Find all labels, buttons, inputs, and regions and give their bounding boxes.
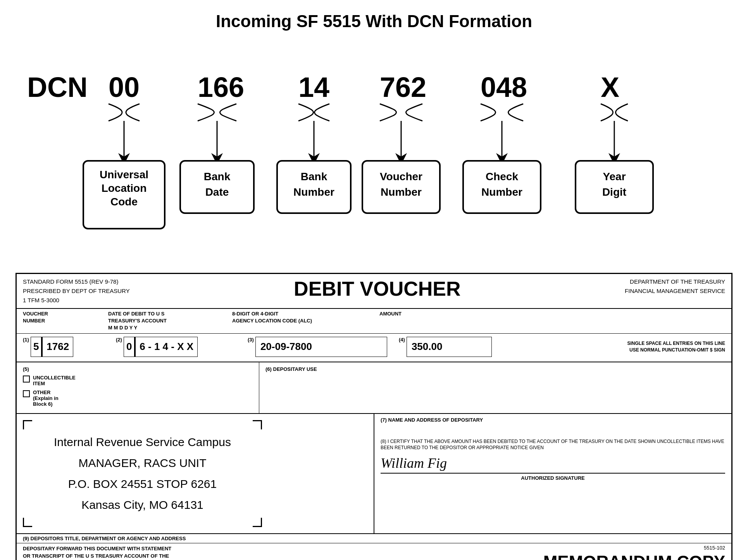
field3-val: 20-09-7800 — [255, 337, 387, 357]
section3-depositary-info: (7) NAME AND ADDRESS OF DEPOSITARY (8) I… — [374, 414, 731, 533]
code-x: X — [601, 72, 619, 103]
field4-val: 350.00 — [407, 337, 492, 357]
auth-sig-label: AUTHORIZED SIGNATURE — [381, 475, 725, 481]
form-number: 5515-102 — [704, 545, 725, 551]
corner-tl — [23, 420, 32, 429]
year-digit-line1: Year — [603, 171, 626, 183]
code-166: 166 — [198, 72, 244, 103]
code-762: 762 — [380, 72, 426, 103]
voucher-number-line2: Number — [381, 186, 422, 198]
field2-number: (2) — [116, 337, 122, 343]
field4-group: (4) 350.00 SINGLE SPACE ALL ENTRIES ON T… — [399, 337, 725, 357]
form-footer-row2: DEPOSITARY FORWARD THIS DOCUMENT WITH ST… — [17, 543, 731, 560]
form-section3: Internal Revenue Service Campus MANAGER,… — [17, 414, 731, 534]
address-line1: Internal Revenue Service Campus — [54, 432, 231, 453]
corner-br — [253, 518, 262, 527]
code-048: 048 — [481, 72, 527, 103]
dcn-svg: DCN 00 166 14 762 048 X — [16, 47, 736, 271]
col3-label: 8-DIGIT OR 4-DIGIT AGENCY LOCATION CODE … — [232, 310, 379, 332]
field5-number: (5) — [23, 366, 29, 372]
field8-label: (8) I CERTIFY THAT THE ABOVE AMOUNT HAS … — [381, 438, 725, 451]
checkbox-uncollectible: UNCOLLECTIBLE ITEM — [23, 375, 253, 386]
address-line4: Kansas City, MO 64131 — [54, 495, 231, 515]
voucher-number-line1: Voucher — [380, 171, 422, 183]
field1-val1: 5 — [31, 337, 41, 357]
col1-label: VOUCHER NUMBER — [23, 310, 108, 332]
form-fields-row: (1) 5 1762 (2) 0 6 - 1 4 - X X (3) 20-09… — [17, 334, 731, 362]
field4-number: (4) — [399, 337, 405, 343]
field2-val1: 0 — [124, 337, 134, 357]
check1-label: UNCOLLECTIBLE ITEM — [33, 375, 76, 386]
bank-date-line2: Date — [205, 186, 229, 198]
form-prescribed-text: STANDARD FORM 5515 (REV 9-78) PRESCRIBED… — [23, 278, 130, 303]
check-number-line1: Check — [486, 171, 518, 183]
field1-group: (1) 5 1762 — [23, 337, 100, 357]
form-agency-text: DEPARTMENT OF THE TREASURY FINANCIAL MAN… — [625, 278, 725, 294]
field2-group: (2) 0 6 - 1 4 - X X — [116, 337, 236, 357]
signature-line: William Fig — [381, 454, 725, 474]
section2-depositary: (6) DEPOSITARY USE — [259, 362, 731, 413]
field7-label: (7) NAME AND ADDRESS OF DEPOSITARY — [381, 417, 725, 423]
column-labels-row: VOUCHER NUMBER DATE OF DEBIT TO U S TREA… — [17, 309, 731, 334]
address-line3: P.O. BOX 24551 STOP 6261 — [54, 474, 231, 495]
check2-label: OTHER (Explain in Block 6) — [33, 389, 59, 407]
bank-date-line1: Bank — [204, 171, 231, 183]
checkbox-other: OTHER (Explain in Block 6) — [23, 389, 253, 407]
field1-number: (1) — [23, 337, 29, 343]
address-line2: MANAGER, RACS UNIT — [54, 453, 231, 474]
form-title: DEBIT VOUCHER — [130, 277, 625, 300]
dcn-diagram: DCN 00 166 14 762 048 X — [16, 47, 732, 273]
code-14: 14 — [298, 72, 329, 103]
field3-group: (3) 20-09-7800 — [248, 337, 387, 357]
bank-number-line1: Bank — [301, 171, 327, 183]
code-00: 00 — [109, 72, 140, 103]
field9-label: (9) DEPOSITORS TITLE, DEPARTMENT OR AGEN… — [23, 536, 374, 541]
page-title: Incoming SF 5515 With DCN Formation — [216, 12, 532, 31]
footer-right: 5515-102 MEMORANDUM COPY — [374, 545, 725, 560]
debit-voucher-form: STANDARD FORM 5515 (REV 9-78) PRESCRIBED… — [16, 273, 732, 560]
checkbox-square-1 — [23, 376, 30, 383]
section2-checkboxes: (5) UNCOLLECTIBLE ITEM OTHER (Explain in… — [17, 362, 259, 413]
address-text: Internal Revenue Service Campus MANAGER,… — [31, 424, 254, 523]
bank-number-line2: Number — [293, 186, 334, 198]
address-block: Internal Revenue Service Campus MANAGER,… — [23, 420, 262, 527]
footer-text: DEPOSITARY FORWARD THIS DOCUMENT WITH ST… — [23, 545, 374, 560]
checkbox-square-2 — [23, 390, 30, 397]
field3-number: (3) — [248, 337, 254, 343]
field2-val2: 6 - 1 4 - X X — [135, 337, 198, 357]
ulc-line3: Code — [110, 196, 138, 208]
form-footer-row1: (9) DEPOSITORS TITLE, DEPARTMENT OR AGEN… — [17, 534, 731, 543]
corner-bl — [23, 518, 32, 527]
form-top-left: STANDARD FORM 5515 (REV 9-78) PRESCRIBED… — [23, 277, 130, 305]
dcn-label: DCN — [27, 72, 88, 103]
ulc-line2: Location — [102, 182, 147, 194]
field4-note: SINGLE SPACE ALL ENTRIES ON THIS LINE US… — [627, 340, 725, 353]
memorandum-copy: MEMORANDUM COPY — [543, 552, 725, 560]
form-section2: (5) UNCOLLECTIBLE ITEM OTHER (Explain in… — [17, 362, 731, 414]
corner-tr — [253, 420, 262, 429]
year-digit-line2: Digit — [602, 186, 626, 198]
section3-address-area: Internal Revenue Service Campus MANAGER,… — [17, 414, 374, 533]
field6-label: (6) DEPOSITARY USE — [265, 366, 317, 372]
check-number-line2: Number — [481, 186, 522, 198]
signature-text: William Fig — [381, 455, 447, 471]
col2-label: DATE OF DEBIT TO U S TREASURY'S ACCOUNT … — [108, 310, 232, 332]
form-top-right: DEPARTMENT OF THE TREASURY FINANCIAL MAN… — [625, 277, 725, 296]
ulc-line1: Universal — [100, 169, 148, 181]
col4-label: AMOUNT — [379, 310, 725, 332]
form-header: STANDARD FORM 5515 (REV 9-78) PRESCRIBED… — [17, 274, 731, 309]
field1-val2: 1762 — [42, 337, 73, 357]
